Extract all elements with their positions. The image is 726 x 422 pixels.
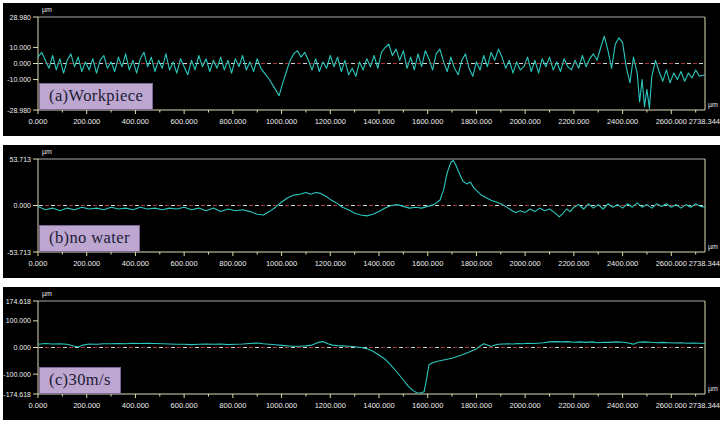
profile-panel-no-water: 53.7130.000-53.713µmµm0.000200.000400.00… xyxy=(3,145,720,278)
svg-text:-53.713: -53.713 xyxy=(7,249,31,256)
svg-text:1600.000: 1600.000 xyxy=(412,401,443,410)
svg-text:µm: µm xyxy=(42,148,52,156)
svg-text:400.000: 400.000 xyxy=(122,259,149,268)
svg-text:µm: µm xyxy=(708,385,718,393)
svg-text:µm: µm xyxy=(42,6,52,14)
svg-text:200.000: 200.000 xyxy=(73,401,100,410)
svg-text:2738.344: 2738.344 xyxy=(689,117,720,126)
svg-text:-100.000: -100.000 xyxy=(3,371,31,378)
svg-text:-174.618: -174.618 xyxy=(3,391,31,398)
svg-text:-28.980: -28.980 xyxy=(7,107,31,114)
svg-text:600.000: 600.000 xyxy=(171,401,198,410)
svg-text:1800.000: 1800.000 xyxy=(461,401,492,410)
profile-panel-30ms: 174.618100.0000.000-100.000-174.618µmµm0… xyxy=(3,287,720,420)
svg-text:1200.000: 1200.000 xyxy=(315,117,346,126)
plot-label-workpiece: (a)Workpiece xyxy=(39,83,153,110)
svg-text:1400.000: 1400.000 xyxy=(363,401,394,410)
plot-label-30ms: (c)30m/s xyxy=(39,367,121,394)
svg-text:28.980: 28.980 xyxy=(10,14,32,21)
svg-text:0.000: 0.000 xyxy=(13,202,31,209)
svg-text:µm: µm xyxy=(708,101,718,109)
figure-root: { "figure": { "background": "#ffffff", "… xyxy=(0,0,726,422)
svg-text:2000.000: 2000.000 xyxy=(510,259,541,268)
svg-text:2600.000: 2600.000 xyxy=(656,259,687,268)
svg-text:400.000: 400.000 xyxy=(122,117,149,126)
svg-text:53.713: 53.713 xyxy=(10,156,32,163)
svg-text:2400.000: 2400.000 xyxy=(607,117,638,126)
svg-text:1400.000: 1400.000 xyxy=(363,259,394,268)
svg-text:2000.000: 2000.000 xyxy=(510,401,541,410)
svg-text:0.000: 0.000 xyxy=(29,401,48,410)
svg-text:10.000: 10.000 xyxy=(10,44,32,51)
svg-text:174.618: 174.618 xyxy=(6,298,31,305)
svg-text:2400.000: 2400.000 xyxy=(607,259,638,268)
svg-text:200.000: 200.000 xyxy=(73,117,100,126)
svg-text:800.000: 800.000 xyxy=(219,259,246,268)
svg-text:600.000: 600.000 xyxy=(171,259,198,268)
svg-text:2200.000: 2200.000 xyxy=(558,259,589,268)
svg-text:1800.000: 1800.000 xyxy=(461,259,492,268)
svg-text:-10.000: -10.000 xyxy=(7,76,31,83)
svg-text:0.000: 0.000 xyxy=(29,259,48,268)
profile-panel-workpiece: 28.98010.0000.000-10.000-28.980µmµm0.000… xyxy=(3,3,720,136)
profile-chart-workpiece: 28.98010.0000.000-10.000-28.980µmµm0.000… xyxy=(3,3,720,136)
profile-chart-no-water: 53.7130.000-53.713µmµm0.000200.000400.00… xyxy=(3,145,720,278)
svg-text:1600.000: 1600.000 xyxy=(412,259,443,268)
svg-text:1200.000: 1200.000 xyxy=(315,259,346,268)
svg-text:1000.000: 1000.000 xyxy=(266,259,297,268)
svg-text:1000.000: 1000.000 xyxy=(266,117,297,126)
svg-text:2400.000: 2400.000 xyxy=(607,401,638,410)
svg-text:200.000: 200.000 xyxy=(73,259,100,268)
svg-text:0.000: 0.000 xyxy=(13,344,31,351)
svg-text:0.000: 0.000 xyxy=(29,117,48,126)
svg-text:2200.000: 2200.000 xyxy=(558,401,589,410)
svg-text:2738.344: 2738.344 xyxy=(689,259,720,268)
svg-text:400.000: 400.000 xyxy=(122,401,149,410)
profile-chart-30ms: 174.618100.0000.000-100.000-174.618µmµm0… xyxy=(3,287,720,420)
svg-text:100.000: 100.000 xyxy=(6,317,31,324)
svg-text:0.000: 0.000 xyxy=(13,60,31,67)
svg-text:1000.000: 1000.000 xyxy=(266,401,297,410)
svg-text:µm: µm xyxy=(708,243,718,251)
svg-text:600.000: 600.000 xyxy=(171,117,198,126)
svg-text:800.000: 800.000 xyxy=(219,117,246,126)
plot-label-no-water: (b)no water xyxy=(39,225,140,252)
svg-text:2600.000: 2600.000 xyxy=(656,117,687,126)
svg-text:2738.344: 2738.344 xyxy=(689,401,720,410)
svg-text:2200.000: 2200.000 xyxy=(558,117,589,126)
svg-text:µm: µm xyxy=(42,290,52,298)
svg-text:1200.000: 1200.000 xyxy=(315,401,346,410)
svg-text:1400.000: 1400.000 xyxy=(363,117,394,126)
svg-text:2600.000: 2600.000 xyxy=(656,401,687,410)
svg-text:800.000: 800.000 xyxy=(219,401,246,410)
svg-text:1800.000: 1800.000 xyxy=(461,117,492,126)
svg-text:2000.000: 2000.000 xyxy=(510,117,541,126)
svg-text:1600.000: 1600.000 xyxy=(412,117,443,126)
